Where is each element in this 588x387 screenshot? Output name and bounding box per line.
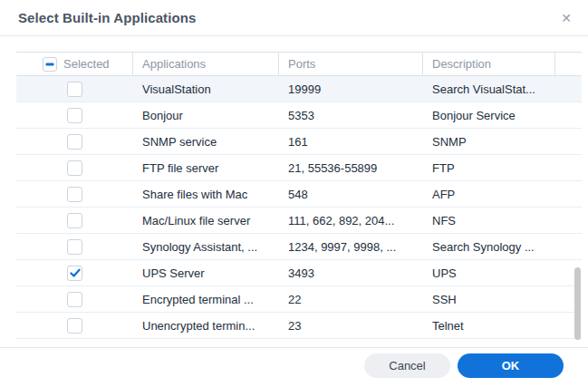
ports-cell: 23 — [279, 313, 423, 338]
table-row[interactable]: Synology Assistant, ... 1234, 9997, 9998… — [16, 234, 582, 260]
indeterminate-minus-icon — [45, 60, 54, 69]
description-cell: SSH — [423, 286, 555, 312]
row-checkbox[interactable] — [67, 213, 82, 228]
table-row[interactable]: Mac/Linux file server 111, 662, 892, 204… — [16, 208, 582, 234]
table-row[interactable]: VisualStation 19999 Search VisualStat... — [16, 76, 582, 102]
ok-button[interactable]: OK — [458, 353, 564, 378]
table-row[interactable]: Share files with Mac 548 AFP — [16, 181, 582, 208]
selected-cell — [16, 234, 133, 259]
selected-cell — [16, 313, 133, 338]
dialog-title: Select Built-in Applications — [18, 10, 196, 25]
row-checkbox[interactable] — [67, 108, 82, 123]
row-checkbox[interactable] — [67, 82, 82, 97]
close-icon[interactable]: ✕ — [555, 7, 577, 29]
description-cell: FTP — [423, 155, 555, 180]
row-checkbox[interactable] — [67, 134, 82, 150]
row-checkbox[interactable] — [67, 266, 82, 281]
application-cell: Unencrypted termin... — [133, 313, 279, 338]
selected-cell — [16, 181, 133, 207]
description-cell: NFS — [423, 208, 555, 233]
ports-cell: 21, 55536-55899 — [279, 155, 423, 180]
table-row[interactable]: SNMP service 161 SNMP — [16, 129, 582, 155]
ports-cell: 161 — [279, 129, 423, 154]
application-cell: Share files with Mac — [133, 181, 279, 207]
ports-cell: 111, 662, 892, 204... — [279, 208, 423, 233]
table-body: VisualStation 19999 Search VisualStat...… — [16, 76, 582, 339]
selected-cell — [16, 260, 133, 285]
application-cell: UPS Server — [133, 260, 279, 285]
column-header-description[interactable]: Description — [423, 53, 555, 75]
table-row[interactable]: Unencrypted termin... 23 Telnet — [16, 313, 582, 339]
application-cell: Encrypted terminal ... — [133, 286, 279, 312]
row-checkbox[interactable] — [67, 187, 82, 202]
application-cell: Synology Assistant, ... — [133, 234, 279, 259]
description-cell: Search VisualStat... — [423, 76, 555, 102]
selected-cell — [16, 286, 133, 312]
description-cell: UPS — [423, 260, 555, 285]
selected-cell — [16, 155, 133, 180]
ports-cell: 22 — [279, 286, 423, 312]
dialog-titlebar: Select Built-in Applications ✕ — [0, 0, 588, 36]
table-row[interactable]: Bonjour 5353 Bonjour Service — [16, 102, 582, 129]
description-cell: Bonjour Service — [423, 102, 555, 128]
selected-cell — [16, 208, 133, 233]
row-checkbox[interactable] — [67, 292, 82, 307]
description-cell: AFP — [423, 181, 555, 207]
ports-cell: 5353 — [279, 102, 423, 128]
column-header-ports[interactable]: Ports — [279, 53, 423, 75]
description-cell: Search Synology ... — [423, 234, 555, 259]
application-cell: Bonjour — [133, 102, 279, 128]
application-cell: FTP file server — [133, 155, 279, 180]
application-cell: SNMP service — [133, 129, 279, 154]
description-cell: SNMP — [423, 129, 555, 154]
selected-cell — [16, 102, 133, 128]
ports-cell: 3493 — [279, 260, 423, 285]
selected-cell — [16, 129, 133, 154]
select-all-checkbox[interactable] — [43, 57, 57, 72]
row-checkbox[interactable] — [67, 239, 82, 255]
selected-header-label: Selected — [63, 57, 110, 71]
table-header-row: Selected Applications Ports Description — [16, 52, 582, 76]
ports-cell: 19999 — [279, 76, 423, 102]
selected-cell — [16, 76, 133, 102]
check-icon — [69, 266, 82, 279]
select-built-in-applications-dialog: Select Built-in Applications ✕ Selected … — [0, 0, 588, 387]
table-row[interactable]: Encrypted terminal ... 22 SSH — [16, 286, 582, 313]
row-checkbox[interactable] — [67, 318, 82, 334]
cancel-button[interactable]: Cancel — [364, 353, 450, 378]
application-cell: Mac/Linux file server — [133, 208, 279, 233]
column-header-applications[interactable]: Applications — [133, 53, 279, 75]
row-checkbox[interactable] — [67, 160, 82, 176]
column-header-selected[interactable]: Selected — [16, 53, 133, 75]
dialog-footer: Cancel OK — [0, 347, 588, 387]
applications-table: Selected Applications Ports Description … — [16, 52, 582, 339]
application-cell: VisualStation — [133, 76, 279, 102]
table-row[interactable]: FTP file server 21, 55536-55899 FTP — [16, 155, 582, 181]
ports-cell: 548 — [279, 181, 423, 207]
vertical-scrollbar-thumb[interactable] — [574, 267, 581, 340]
table-row[interactable]: UPS Server 3493 UPS — [16, 260, 582, 286]
ports-cell: 1234, 9997, 9998, ... — [279, 234, 423, 259]
description-cell: Telnet — [423, 313, 555, 338]
column-header-spacer — [555, 53, 582, 75]
